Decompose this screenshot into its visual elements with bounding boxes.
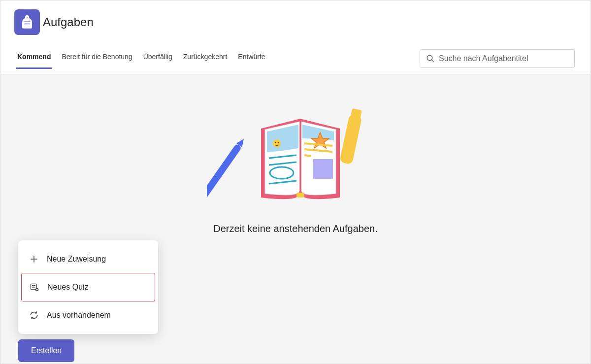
tab-ueberfaellig[interactable]: Überfällig (142, 53, 173, 69)
app-icon (14, 9, 40, 35)
svg-point-0 (427, 55, 432, 61)
svg-rect-19 (296, 193, 304, 198)
svg-point-7 (273, 139, 281, 147)
menu-item-label: Neue Zuweisung (47, 255, 106, 264)
svg-rect-2 (339, 114, 362, 165)
quiz-icon (29, 281, 40, 293)
reuse-icon (28, 309, 40, 321)
plus-icon (28, 253, 40, 265)
svg-line-14 (304, 155, 311, 156)
svg-point-8 (275, 142, 276, 143)
menu-item-new-quiz[interactable]: Neues Quiz (21, 273, 155, 301)
search-box[interactable] (420, 49, 575, 68)
tab-bereit[interactable]: Bereit für die Benotung (61, 53, 133, 69)
search-input[interactable] (439, 54, 568, 63)
create-menu: Neue Zuweisung Neues Quiz A (18, 240, 158, 334)
main-area: Derzeit keine anstehenden Aufgaben. Neue… (0, 74, 591, 363)
empty-state: Derzeit keine anstehenden Aufgaben. (0, 74, 591, 234)
menu-item-label: Neues Quiz (47, 283, 89, 292)
tab-zurueckgekehrt[interactable]: Zurückgekehrt (182, 53, 228, 69)
empty-message: Derzeit keine anstehenden Aufgaben. (0, 223, 591, 234)
tab-kommend[interactable]: Kommend (16, 53, 52, 69)
empty-illustration (207, 99, 384, 219)
create-button[interactable]: Erstellen (18, 339, 74, 362)
menu-item-from-existing[interactable]: Aus vorhandenem (21, 301, 155, 329)
svg-rect-4 (207, 143, 242, 208)
svg-point-9 (278, 142, 279, 143)
search-icon (426, 54, 435, 63)
tabs-row: Kommend Bereit für die Benotung Überfäll… (0, 44, 591, 74)
menu-item-new-assignment[interactable]: Neue Zuweisung (21, 245, 155, 273)
backpack-icon (19, 14, 35, 31)
tabs: Kommend Bereit für die Benotung Überfäll… (16, 53, 420, 69)
page-title: Aufgaben (43, 15, 94, 29)
header: Aufgaben (0, 0, 591, 44)
svg-rect-11 (313, 159, 333, 179)
svg-line-1 (431, 60, 434, 62)
menu-item-label: Aus vorhandenem (47, 311, 111, 320)
tab-entwuerfe[interactable]: Entwürfe (237, 53, 266, 69)
